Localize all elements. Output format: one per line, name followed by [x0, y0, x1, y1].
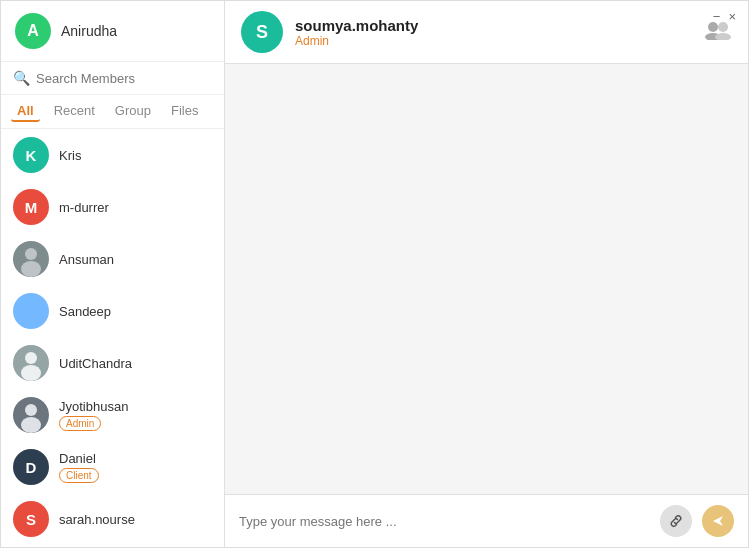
member-name: Jyotibhusan	[59, 399, 128, 414]
list-item[interactable]: Sandeep	[1, 285, 224, 337]
chat-footer	[225, 494, 748, 547]
tab-files[interactable]: Files	[165, 101, 204, 122]
svg-point-5	[21, 365, 41, 381]
avatar: M	[13, 189, 49, 225]
member-name: UditChandra	[59, 356, 132, 371]
message-input[interactable]	[239, 514, 650, 529]
svg-point-8	[21, 417, 41, 433]
search-icon: 🔍	[13, 70, 30, 86]
svg-point-4	[25, 352, 37, 364]
list-item[interactable]: Ansuman	[1, 233, 224, 285]
avatar	[13, 293, 49, 329]
member-name: Sandeep	[59, 304, 111, 319]
tab-group[interactable]: Group	[109, 101, 157, 122]
avatar	[13, 241, 49, 277]
svg-point-2	[21, 261, 41, 277]
sidebar-header: A Anirudha	[1, 1, 224, 62]
svg-point-1	[25, 248, 37, 260]
search-bar: 🔍	[1, 62, 224, 95]
members-list: K Kris M m-durrer	[1, 129, 224, 547]
contact-name: soumya.mohanty	[295, 17, 418, 34]
list-item[interactable]: M markmacdonald	[1, 545, 224, 547]
list-item[interactable]: M m-durrer	[1, 181, 224, 233]
sidebar: A Anirudha 🔍 All Recent Group Files K Kr…	[1, 1, 225, 547]
current-user-avatar: A	[15, 13, 51, 49]
contact-role: Admin	[295, 34, 418, 48]
list-item[interactable]: Jyotibhusan Admin	[1, 389, 224, 441]
client-badge: Client	[59, 468, 99, 483]
member-name: Kris	[59, 148, 81, 163]
list-item[interactable]: S sarah.nourse	[1, 493, 224, 545]
close-button[interactable]: ×	[728, 9, 736, 24]
send-button[interactable]	[702, 505, 734, 537]
avatar: K	[13, 137, 49, 173]
link-button[interactable]	[660, 505, 692, 537]
search-input[interactable]	[36, 71, 212, 86]
admin-badge: Admin	[59, 416, 101, 431]
tab-all[interactable]: All	[11, 101, 40, 122]
avatar: S	[13, 501, 49, 537]
list-item[interactable]: K Kris	[1, 129, 224, 181]
list-item[interactable]: UditChandra	[1, 337, 224, 389]
member-name: m-durrer	[59, 200, 109, 215]
avatar	[13, 397, 49, 433]
member-name: Daniel	[59, 451, 99, 466]
minimize-button[interactable]: −	[713, 9, 721, 24]
avatar	[13, 345, 49, 381]
chat-header: S soumya.mohanty Admin	[225, 1, 748, 64]
chat-body	[225, 64, 748, 494]
member-name: sarah.nourse	[59, 512, 135, 527]
list-item[interactable]: D Daniel Client	[1, 441, 224, 493]
chat-panel: S soumya.mohanty Admin	[225, 1, 748, 547]
member-name: Ansuman	[59, 252, 114, 267]
svg-point-7	[25, 404, 37, 416]
current-username: Anirudha	[61, 23, 117, 39]
filter-tabs: All Recent Group Files	[1, 95, 224, 129]
contact-avatar: S	[241, 11, 283, 53]
tab-recent[interactable]: Recent	[48, 101, 101, 122]
avatar: D	[13, 449, 49, 485]
